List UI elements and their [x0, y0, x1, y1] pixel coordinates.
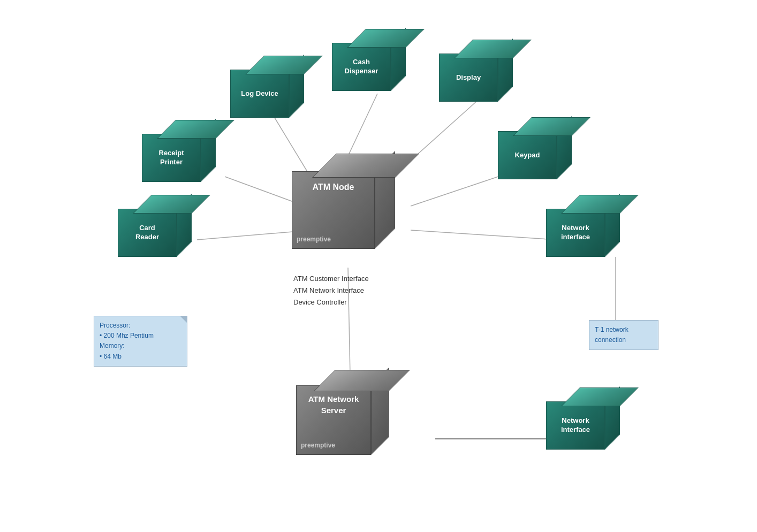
atm-node-front: ATM Node preemptive [292, 171, 375, 249]
log-device-top [245, 56, 323, 74]
card-reader-cube-body: CardReader [118, 209, 177, 257]
log-device-front: Log Device [230, 70, 289, 118]
cash-dispenser-top [347, 29, 425, 48]
atm-node-cube: ATM Node preemptive [292, 171, 375, 249]
receipt-printer-cube-body: ReceiptPrinter [142, 134, 201, 182]
atm-node-labels: ATM Customer Interface ATM Network Inter… [293, 273, 369, 308]
t1-network-label: T-1 network connection [595, 325, 653, 345]
atm-node-preemptive: preemptive [297, 235, 331, 244]
network-interface-bottom-cube: Networkinterface [546, 401, 605, 450]
cash-dispenser-front: CashDispenser [332, 43, 391, 91]
display-top [454, 40, 532, 58]
atm-network-server-top [314, 370, 410, 391]
atm-node-top [312, 154, 419, 178]
t1-network-box: T-1 network connection [589, 320, 658, 350]
network-interface-top-top [561, 195, 639, 214]
network-interface-bottom-top [561, 387, 639, 406]
display-cube: Display [439, 54, 498, 102]
receipt-printer-front: ReceiptPrinter [142, 134, 201, 182]
cash-dispenser-cube: CashDispenser [332, 43, 391, 91]
atm-network-server-preemptive: preemptive [301, 441, 335, 450]
network-interface-top-front: Networkinterface [546, 209, 605, 257]
memory-label: Memory: [100, 341, 181, 351]
atm-network-server-cube: ATM NetworkServer preemptive [296, 385, 371, 455]
keypad-top [513, 117, 591, 136]
atm-node-cube-body: ATM Node preemptive [292, 171, 375, 249]
atm-network-server-front: ATM NetworkServer preemptive [296, 385, 371, 455]
keypad-cube: Keypad [498, 131, 557, 179]
card-reader-front: CardReader [118, 209, 177, 257]
network-interface-bottom-cube-body: Networkinterface [546, 401, 605, 450]
atm-node-label: ATM Node [313, 181, 354, 193]
receipt-printer-top [157, 120, 234, 139]
log-device-cube-body: Log Device [230, 70, 289, 118]
atm-customer-interface-label: ATM Customer Interface [293, 273, 369, 285]
device-controller-label: Device Controller [293, 297, 369, 308]
network-interface-top-cube-body: Networkinterface [546, 209, 605, 257]
display-cube-body: Display [439, 54, 498, 102]
memory-value: • 64 Mb [100, 352, 181, 362]
keypad-front: Keypad [498, 131, 557, 179]
card-reader-top [133, 195, 210, 214]
keypad-cube-body: Keypad [498, 131, 557, 179]
svg-line-6 [411, 230, 557, 240]
network-interface-top-cube: Networkinterface [546, 209, 605, 257]
atm-network-server-cube-body: ATM NetworkServer preemptive [296, 385, 371, 455]
processor-value: • 200 Mhz Pentium [100, 331, 181, 341]
processor-info-box: Processor: • 200 Mhz Pentium Memory: • 6… [94, 316, 187, 367]
processor-label: Processor: [100, 321, 181, 331]
receipt-printer-cube: ReceiptPrinter [142, 134, 201, 182]
card-reader-cube: CardReader [118, 209, 177, 257]
network-interface-bottom-front: Networkinterface [546, 401, 605, 450]
atm-network-server-label: ATM NetworkServer [308, 393, 359, 416]
atm-network-interface-label: ATM Network Interface [293, 285, 369, 297]
display-front: Display [439, 54, 498, 102]
cash-dispenser-cube-body: CashDispenser [332, 43, 391, 91]
log-device-cube: Log Device [230, 70, 289, 118]
